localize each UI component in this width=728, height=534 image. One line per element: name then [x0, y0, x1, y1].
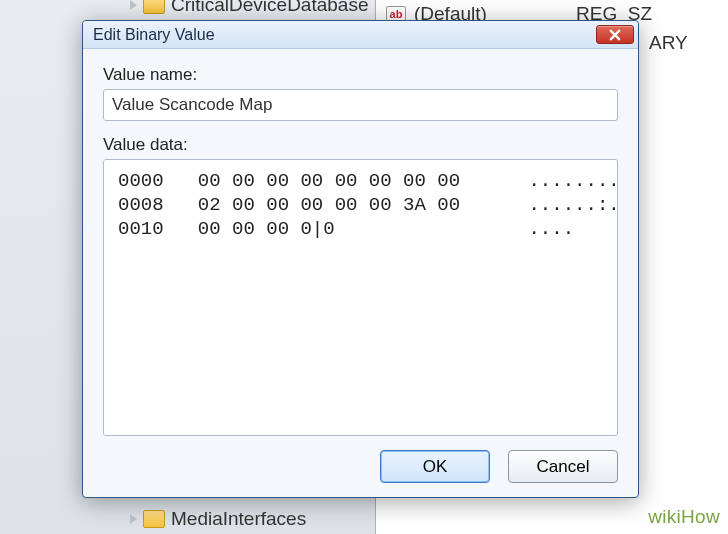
close-button[interactable]	[596, 25, 634, 44]
folder-icon	[143, 510, 165, 528]
value-name-input[interactable]	[103, 89, 618, 121]
watermark: wikiHow	[648, 506, 720, 528]
value-data-label: Value data:	[103, 135, 618, 155]
value-type-peek: ARY	[649, 32, 688, 54]
close-icon	[609, 29, 621, 41]
tree-item-top[interactable]: CriticalDeviceDatabase	[130, 0, 368, 16]
value-name-label: Value name:	[103, 65, 618, 85]
tree-item-label: MediaInterfaces	[171, 508, 306, 530]
ok-button[interactable]: OK	[380, 450, 490, 483]
edit-binary-value-dialog: Edit Binary Value Value name: Value data…	[82, 20, 639, 498]
dialog-button-row: OK Cancel	[103, 450, 618, 483]
folder-icon	[143, 0, 165, 14]
value-data-hex-editor[interactable]: 0000 00 00 00 00 00 00 00 00 ........ 00…	[103, 159, 618, 436]
expand-triangle-icon[interactable]	[130, 514, 137, 524]
tree-item-bottom[interactable]: MediaInterfaces	[130, 508, 306, 530]
cancel-button[interactable]: Cancel	[508, 450, 618, 483]
dialog-title: Edit Binary Value	[93, 26, 596, 44]
expand-triangle-icon[interactable]	[130, 0, 137, 10]
dialog-titlebar[interactable]: Edit Binary Value	[83, 21, 638, 49]
tree-item-label: CriticalDeviceDatabase	[171, 0, 368, 16]
dialog-body: Value name: Value data: 0000 00 00 00 00…	[83, 49, 638, 497]
